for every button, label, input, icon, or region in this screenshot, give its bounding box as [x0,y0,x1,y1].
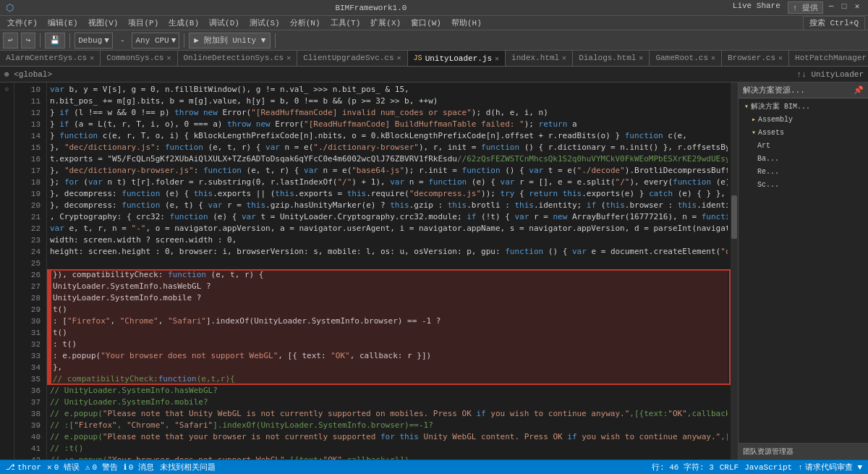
code-line-16[interactable]: t.exports = "W5/FcQLn5gKf2XUbAiQlXULX+TZ… [50,153,728,165]
sol-item-sc[interactable]: Sc... [740,178,867,191]
code-line-36[interactable]: // UnityLoader.SystemInfo.hasWebGL? [50,385,728,397]
menu-file[interactable]: 文件(F) [3,16,42,30]
tab-index[interactable]: index.html ✕ [506,51,573,66]
code-line-21[interactable]: , Cryptography: { crc32: function (e) { … [50,211,728,223]
code-line-31[interactable]: t() [50,327,728,339]
tab-close-gameroot[interactable]: ✕ [711,54,715,62]
feedback-btn[interactable]: ↑ 提供 [788,1,823,14]
status-code-review[interactable]: ↑ 请求代码审查 ▼ [798,462,862,473]
sol-item-assembly[interactable]: ▸ Assembly [740,113,867,126]
menu-test[interactable]: 测试(S) [245,16,284,30]
code-line-30[interactable]: : ["Firefox", "Chrome", "Safari"].indexO… [50,316,728,327]
tab-close-index[interactable]: ✕ [562,54,566,62]
tab-close-alarm[interactable]: ✕ [90,54,94,62]
menu-analyze[interactable]: 分析(N) [286,16,325,30]
code-line-12[interactable]: } if (l !== w && 0 !== p) throw new Erro… [50,107,728,119]
solution-pin[interactable]: 📌 [854,85,864,95]
sol-item-solution[interactable]: ▾ 解决方案 BIM... [740,100,867,113]
code-line-40[interactable]: // e.popup("Please note that your browse… [50,431,728,443]
code-line-42[interactable]: // :e.popup("Your browser does not suppo… [50,454,728,460]
code-line-11[interactable]: n.bit_pos_ += m[g].bits, b = m[g].value,… [50,96,728,107]
code-line-41[interactable]: // :t() [50,443,728,454]
sol-item-art[interactable]: Art [740,139,867,152]
status-messages[interactable]: ℹ 0 消息 [124,462,154,473]
sol-item-ba[interactable]: Ba... [740,152,867,165]
code-line-25[interactable] [50,258,728,269]
menu-project[interactable]: 项目(P) [124,16,163,30]
status-warnings[interactable]: ⚠ 0 警告 [85,462,118,473]
maximize-btn[interactable]: □ [839,1,849,12]
code-line-33[interactable]: : e.popup("Your browser does not support… [50,350,728,362]
menu-window[interactable]: 窗口(W) [407,16,446,30]
code-line-37[interactable]: // UnityLoader.SystemInfo.mobile? [50,397,728,408]
close-btn[interactable]: ✕ [852,1,862,12]
scrollbar-thumb[interactable] [731,195,737,239]
sol-item-assets[interactable]: ▾ Assets [740,126,867,139]
tab-dialogs[interactable]: Dialogs.html ✕ [573,51,650,66]
toolbar-redo[interactable]: ↪ [21,33,36,48]
line-number-29: 29 [17,304,43,316]
code-line-22[interactable]: var e, t, r, n = "-", o = navigator.appV… [50,223,728,234]
code-line-35[interactable]: // compatibilityCheck:function(e,t,r){ [50,373,728,385]
sol-item-re[interactable]: Re... [740,165,867,178]
language-label: JavaScript [744,463,792,472]
tab-client[interactable]: ClientUpgradeSvc.cs ✕ [297,51,407,66]
debug-mode-dropdown[interactable]: Debug ▼ [75,33,113,48]
tab-close-dialogs[interactable]: ✕ [639,54,643,62]
code-line-29[interactable]: t() [50,304,728,316]
menu-view[interactable]: 视图(V) [84,16,123,30]
code-line-28[interactable]: UnityLoader.SystemInfo.mobile ? [50,292,728,304]
tab-hotpatch[interactable]: HotPatchManager.cs ✕ [789,51,868,66]
code-line-26[interactable]: }), compatibilityCheck: function (e, t, … [50,269,728,281]
code-line-15[interactable]: }, "dec/dictionary.js": function (e, t, … [50,142,728,153]
code-line-18[interactable]: }; for (var n t) t[r].folder = r.substri… [50,177,728,188]
code-line-32[interactable]: : t() [50,339,728,350]
app-icon: ⬡ [6,2,14,14]
toolbar-save[interactable]: 💾 [45,33,65,48]
menu-build[interactable]: 生成(B) [164,16,203,30]
code-line-14[interactable]: } function c(e, r, T, o, i) { kBlockLeng… [50,130,728,142]
code-line-34[interactable]: }, [50,362,728,373]
code-line-17[interactable]: }, "dec/dictionary-browser.js": function… [50,165,728,177]
code-line-23[interactable]: width: screen.width ? screen.width : 0, [50,234,728,246]
toolbar-undo[interactable]: ↩ [3,33,18,48]
code-line-39[interactable]: // :["Firefox", "Chrome", "Safari"].inde… [50,420,728,431]
menu-debug[interactable]: 调试(D) [205,16,244,30]
status-errors[interactable]: ✕ 0 错误 [47,462,80,473]
tab-close-unityloader[interactable]: ✕ [495,54,499,63]
sol-label-assets: Assets [758,129,784,137]
tab-browser[interactable]: Browser.cs ✕ [722,51,789,66]
platform-dropdown[interactable]: Any CPU ▼ [132,33,179,48]
tab-alarm[interactable]: AlarmCenterSys.cs ✕ [0,51,101,66]
code-line-38[interactable]: // e.popup("Please note that Unity WebGL… [50,408,728,420]
attach-unity-btn[interactable]: ▶ 附加到 Unity ▼ [189,33,271,48]
tab-close-client[interactable]: ✕ [397,54,401,62]
tab-unityloader[interactable]: JS UnityLoader.js ✕ [408,51,506,66]
tab-gameroot[interactable]: GameRoot.cs ✕ [650,51,722,66]
code-line-27[interactable]: UnityLoader.SystemInfo.hasWebGL ? [50,281,728,292]
tab-online[interactable]: OnlineDetectionSys.cs ✕ [178,51,298,66]
vertical-scrollbar[interactable] [731,82,738,460]
menu-edit[interactable]: 编辑(E) [43,16,82,30]
menu-tools[interactable]: 工具(T) [326,16,365,30]
solution-title: 解决方案资源... [743,85,805,96]
platform-chevron: ▼ [171,36,176,45]
line-number-33: 33 [17,350,43,362]
code-area[interactable]: var b, y = V[s], g = 0, n.fillBitWindow(… [47,82,731,460]
code-line-19[interactable]: }, decompress: function (e) { this.expor… [50,188,728,200]
code-line-13[interactable]: } if (a = L(t, r, T, i, o), 0 === a) thr… [50,119,728,130]
menu-extensions[interactable]: 扩展(X) [366,16,405,30]
live-share-btn[interactable]: Live Share [728,1,785,14]
branch-name: thror [17,463,41,472]
tab-close-browser[interactable]: ✕ [778,54,783,62]
tab-common[interactable]: CommonSys.cs ✕ [101,51,177,66]
code-line-20[interactable]: }, decompress: function (e, t) { var r =… [50,200,728,211]
code-line-10[interactable]: var b, y = V[s], g = 0, n.fillBitWindow(… [50,84,728,96]
menu-search[interactable]: 搜索 Ctrl+Q [803,16,865,30]
code-line-24[interactable]: height: screen.height : 0, browser: i, b… [50,246,728,258]
status-encoding: CRLF [720,463,739,472]
menu-help[interactable]: 帮助(H) [447,16,486,30]
tab-close-common[interactable]: ✕ [166,54,171,62]
minimize-btn[interactable]: ─ [826,1,836,12]
tab-close-online[interactable]: ✕ [286,54,291,62]
